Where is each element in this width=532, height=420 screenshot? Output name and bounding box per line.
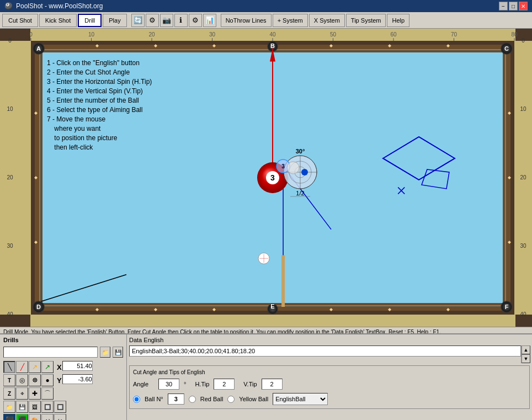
degree-symbol: ° — [184, 381, 186, 387]
vtip-input[interactable] — [262, 379, 283, 390]
tool-diagonal3[interactable]: ↗ — [41, 361, 54, 373]
drills-folder-icon[interactable]: 📁 — [100, 347, 110, 358]
ball-n-radio[interactable] — [133, 396, 140, 403]
y-label: Y — [57, 376, 62, 385]
chart-icon-btn[interactable]: 📊 — [203, 14, 216, 27]
titlebar-left: 🎱 PoolShot - www.PoolShot.org — [4, 2, 103, 10]
tool-circle2[interactable]: ☸ — [29, 374, 41, 386]
yellow-ball-label: Yellow Ball — [239, 396, 268, 402]
close-button[interactable]: ✕ — [519, 2, 528, 10]
settings-icon-btn[interactable]: ⚙ — [146, 14, 159, 27]
tool-folder2[interactable]: 📁 — [3, 401, 15, 413]
drills-save-icon[interactable]: 💾 — [113, 347, 123, 358]
plus-system-button[interactable]: + System — [273, 14, 308, 27]
maximize-button[interactable]: □ — [509, 2, 518, 10]
drills-panel: Drills 📁 💾 ╲ ╱ ↗ ↗ X T ◎ — [0, 334, 532, 420]
tool-arrow[interactable]: ╲ — [3, 361, 15, 373]
data-english-input[interactable] — [129, 345, 521, 357]
angle-input[interactable] — [158, 379, 179, 390]
minimize-button[interactable]: − — [499, 2, 508, 10]
data-english-title: Data English — [129, 337, 530, 343]
data-english-input-row: ▲ ▼ — [129, 345, 530, 363]
x-system-button[interactable]: X System — [309, 14, 345, 27]
pool-canvas[interactable] — [0, 29, 532, 327]
tools-row4: 📁 💾 🖼 🔲 🔲 — [3, 401, 123, 413]
angle-label: Angle — [133, 381, 154, 387]
cut-angle-panel: Cut Angle and Tips of English Angle ° H.… — [129, 365, 530, 409]
tools-row3: Z ⌖ ✚ ⌒ — [3, 387, 123, 400]
drill-button[interactable]: Drill — [78, 14, 102, 27]
titlebar-controls: − □ ✕ — [499, 2, 528, 10]
tool-img1[interactable]: 🖼 — [29, 401, 41, 413]
red-ball-radio[interactable] — [189, 396, 196, 403]
ball-n-label: Ball N° — [145, 396, 163, 402]
data-english-panel: Data English ▲ ▼ Cut Angle and Tips of E… — [127, 334, 532, 420]
tool-img2[interactable]: 🔲 — [41, 401, 54, 413]
play-button[interactable]: Play — [103, 14, 126, 27]
tool-curve[interactable]: ⌒ — [41, 387, 54, 400]
tools-container: ╲ ╱ ↗ ↗ X T ◎ ☸ ● Y — [1, 360, 125, 420]
tool-color2[interactable]: ⬛ — [16, 414, 28, 420]
tip-system-button[interactable]: Tip System — [346, 14, 386, 27]
tools-row2: T ◎ ☸ ● Y — [3, 374, 123, 386]
refresh-icon-btn[interactable]: 🔄 — [131, 14, 145, 27]
drills-left: Drills 📁 💾 ╲ ╱ ↗ ↗ X T ◎ — [0, 334, 127, 420]
tool-diagonal1[interactable]: ╱ — [16, 361, 28, 373]
tool-img3[interactable]: 🔲 — [54, 401, 66, 413]
nothrow-button[interactable]: NoThrow Lines — [221, 14, 272, 27]
cut-angle-title: Cut Angle and Tips of English — [133, 369, 526, 375]
tool-z[interactable]: Z — [3, 387, 15, 400]
tool-save2[interactable]: 💾 — [16, 401, 28, 413]
x-input[interactable] — [62, 361, 93, 371]
tools-row5: ⬛ ⬛ 🎨 ↩ ↪ — [3, 414, 123, 420]
tool-diagonal2[interactable]: ↗ — [29, 361, 41, 373]
camera-icon-btn[interactable]: 📷 — [160, 14, 173, 27]
tool-cursor[interactable]: ⌖ — [16, 387, 28, 400]
y-input[interactable] — [62, 374, 93, 384]
toolbar: Cut Shot Kick Shot Drill Play 🔄 ⚙ 📷 ℹ ⚙ … — [0, 12, 532, 29]
cutshot-button[interactable]: Cut Shot — [2, 14, 38, 27]
kickshot-button[interactable]: Kick Shot — [39, 14, 77, 27]
drills-title: Drills — [1, 336, 125, 344]
tool-color3[interactable]: 🎨 — [29, 414, 41, 420]
ball-n-input[interactable] — [168, 394, 184, 405]
drills-text-input[interactable] — [3, 347, 98, 358]
vtip-label: V.Tip — [243, 381, 257, 387]
htip-input[interactable] — [214, 379, 235, 390]
drills-input-row: 📁 💾 — [1, 344, 125, 360]
tool-undo[interactable]: ↩ — [41, 414, 54, 420]
scroll-down[interactable]: ▼ — [522, 354, 530, 363]
bottom-panel: Drills 📁 💾 ╲ ╱ ↗ ↗ X T ◎ — [0, 333, 532, 420]
x-label: X — [57, 363, 62, 371]
tool-circle1[interactable]: ◎ — [16, 374, 28, 386]
tool-t[interactable]: T — [3, 374, 15, 386]
htip-label: H.Tip — [195, 381, 209, 387]
tool-redo[interactable]: ↪ — [54, 414, 66, 420]
cut-angle-row2: Ball N° Red Ball Yellow Ball EnglishBall… — [133, 393, 526, 405]
pool-table-container — [0, 29, 532, 327]
tools-row1: ╲ ╱ ↗ ↗ X — [3, 361, 123, 373]
red-ball-label: Red Ball — [200, 396, 224, 402]
tool-cross[interactable]: ✚ — [29, 387, 41, 400]
data-scroll: ▲ ▼ — [521, 345, 530, 363]
titlebar: 🎱 PoolShot - www.PoolShot.org − □ ✕ — [0, 0, 532, 12]
help-button[interactable]: Help — [387, 14, 409, 27]
gear-icon-btn[interactable]: ⚙ — [189, 14, 202, 27]
yellow-ball-radio[interactable] — [227, 396, 235, 403]
cut-angle-row1: Angle ° H.Tip V.Tip — [133, 379, 526, 390]
scroll-up[interactable]: ▲ — [522, 345, 530, 354]
tool-color1[interactable]: ⬛ — [3, 414, 15, 420]
app-title: PoolShot - www.PoolShot.org — [16, 2, 103, 10]
info-icon-btn[interactable]: ℹ — [174, 14, 188, 27]
ball-type-dropdown[interactable]: EnglishBall 3-Ball Red Ball Yellow Ball — [273, 393, 328, 405]
tool-dot[interactable]: ● — [41, 374, 54, 386]
app-icon: 🎱 — [4, 2, 13, 10]
